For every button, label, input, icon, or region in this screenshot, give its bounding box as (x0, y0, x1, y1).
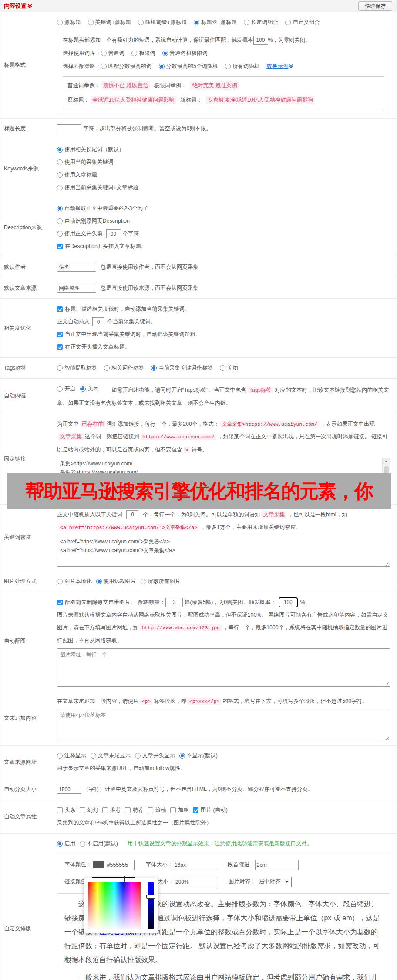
image-urls-textarea[interactable] (57, 648, 390, 687)
radio-related-longtail[interactable]: 使用相关长尾词（默认） (57, 146, 124, 153)
radio-normal-and-limit-words[interactable]: 普通词和极限词 (162, 50, 208, 57)
hue-slider-handle[interactable] (146, 895, 155, 899)
page-title[interactable]: 内容设置 (4, 2, 33, 10)
color-picker-popup (84, 878, 158, 933)
row-label: 自动配图 (0, 638, 57, 645)
radio-block-all-images[interactable]: 屏蔽所有图片 (141, 578, 181, 585)
checkbox-insert-title-into-description[interactable]: 在Description开头插入文章标题。 (57, 243, 147, 250)
radio-normal-words[interactable]: 普通词 (101, 50, 125, 57)
radio-icon (225, 64, 231, 69)
checkbox-auto-add-keyword[interactable]: 标题、描述相关度低时，自动添加当前采集关键词。 (57, 305, 190, 313)
checkbox-attr-headline[interactable]: 头条 (57, 807, 76, 814)
radio-source-at-end[interactable]: 文章末尾显示 (91, 752, 131, 760)
example-limit-words: 绝对完美 最佳案例 (190, 81, 239, 90)
image-probability-input[interactable] (279, 597, 298, 607)
radio-article-title[interactable]: 使用文章标题 (57, 171, 97, 179)
radio-icon (285, 20, 291, 25)
row-label: 标题长度 (0, 125, 57, 132)
radio-current-collect-keyword[interactable]: 使用当前采集关键词 (57, 159, 114, 166)
radio-keyword-plus-title[interactable]: 使用当前采集关键词+文章标题 (57, 184, 138, 191)
image-count-input[interactable] (165, 598, 183, 607)
picker-crosshair[interactable] (119, 876, 130, 888)
radio-layout-enable[interactable]: 启用 (57, 840, 75, 848)
row-label: 默认作者 (0, 264, 57, 271)
radio-keyword-source-title[interactable]: 关键词+源标题 (88, 19, 131, 26)
insert-keyword-count-input[interactable] (92, 317, 104, 326)
font-color-swatch[interactable] (93, 861, 104, 868)
lexicon-label: 选择使用词库： (63, 50, 101, 57)
radio-custom-combo[interactable]: 自定义组合 (285, 19, 320, 26)
radio-source-title[interactable]: 源标题 (57, 19, 81, 26)
checkbox-delete-original-images[interactable]: 配图前先删除原文自带图片。 (57, 599, 136, 606)
radio-all-random[interactable]: 所有词随机 (225, 63, 260, 70)
radio-smart-extract-tags[interactable]: 智能提取标签 (57, 364, 97, 372)
radio-source-hidden[interactable]: 不显示(默认) (179, 752, 218, 760)
pagination-size-input[interactable] (57, 785, 81, 794)
radio-localize-images[interactable]: 图片本地化 (57, 578, 92, 585)
scroll-up-icon[interactable]: ▲ (383, 458, 390, 465)
checkbox-attr-slideshow[interactable]: 幻灯 (80, 807, 98, 814)
checkbox-icon (57, 332, 63, 337)
line-height-input[interactable] (174, 877, 217, 887)
checkbox-attr-image-auto[interactable]: 图片 (自动) (193, 807, 228, 814)
checkbox-attr-recommend[interactable]: 推荐 (102, 807, 121, 814)
radio-clickbait-source-title[interactable]: 标题党+源标题 (194, 19, 237, 26)
quick-save-button[interactable]: 快速保存 (358, 1, 392, 11)
indent-input[interactable] (255, 860, 299, 870)
radio-related-words-as-tags[interactable]: 相关词作标签 (104, 364, 144, 372)
hue-slider[interactable] (148, 882, 154, 929)
description-chars-input[interactable] (106, 229, 121, 238)
font-color-input[interactable] (106, 861, 133, 868)
source-url-note: 用于显示文章的采集来源URL，自动加nofollow属性。 (57, 765, 186, 772)
radio-top5-random[interactable]: 分数最高的5个词随机 (159, 63, 218, 70)
radio-layout-disable[interactable]: 不启用(默认) (80, 840, 118, 848)
checkbox-bold-keyword[interactable]: 当正文中出现当前采集关键词时，自动把该关键词加粗。 (57, 331, 201, 338)
radio-original-description[interactable]: 自动识别原网页Description (57, 217, 130, 225)
checkbox-attr-featured[interactable]: 特荐 (125, 807, 144, 814)
checkbox-icon (57, 600, 63, 605)
radio-innerlink-on[interactable]: 开启 (57, 383, 75, 395)
radio-auto-extract-sentences[interactable]: 自动提取正文中最重要的2-3个句子 (57, 205, 148, 212)
radio-tags-off[interactable]: 关闭 (220, 364, 238, 372)
image-align-select[interactable]: 居中对齐 (256, 877, 292, 887)
title-length-input[interactable] (57, 124, 81, 133)
font-size-input[interactable] (173, 860, 216, 870)
checkbox-attr-bold[interactable]: 加粗 (170, 807, 189, 814)
checkbox-insert-title-into-body[interactable]: 在正文开头插入文章标题。 (57, 343, 130, 351)
row-article-attributes: 自动文章属性 头条 幻灯 推荐 特荐 滚动 加粗 图片 (自动) 采集到的文章有… (0, 800, 397, 833)
checkbox-icon (57, 244, 63, 249)
probability-text: 在标题头部添加一个有吸引力的短语，系统自动计算，保证最佳匹配，触发概率 (63, 37, 253, 44)
default-source-input[interactable] (57, 284, 96, 293)
radio-source-at-start[interactable]: 文章开头显示 (135, 752, 175, 760)
row-auto-innerlink: 自动内链 开启 关闭 如需开启此功能，请同时开启“Tags标签”。当正文中包含T… (0, 378, 397, 414)
checkbox-attr-scroll[interactable]: 滚动 (148, 807, 166, 814)
append-content-textarea[interactable] (57, 709, 390, 741)
font-color-label: 字体颜色： (64, 861, 92, 868)
radio-innerlink-off[interactable]: 关闭 (80, 383, 98, 395)
keyword-density-textarea[interactable]: <a href='https://www.ucaiyun.com/'>采集器</… (57, 536, 390, 567)
radio-remote-images[interactable]: 使用远程图片 (96, 578, 136, 585)
fixed-links-description: 为正文中已存在的词汇添加链接，每行一个，最多200个，格式：文章采集>https… (57, 418, 390, 456)
radio-source-as-comment[interactable]: 注释显示 (57, 752, 86, 760)
font-color-field[interactable] (92, 860, 135, 870)
double-chevron-down-icon (28, 3, 33, 9)
radio-current-keyword-as-tags[interactable]: 当前采集关键词作标签 (151, 364, 213, 372)
radio-limit-words[interactable]: 极限词 (131, 50, 155, 57)
radio-random-prefix-source-title[interactable]: 随机前缀+源标题 (138, 19, 187, 26)
page-title-text: 内容设置 (4, 2, 27, 10)
image-align-value: 居中对齐 (259, 878, 281, 885)
radio-first-n-chars[interactable]: 使用正文开头前 (57, 230, 103, 237)
default-author-input[interactable] (57, 263, 96, 272)
saturation-value-area[interactable] (88, 882, 141, 929)
radio-icon (57, 172, 63, 178)
radio-match-highest-score[interactable]: 匹配分数最高的词 (101, 63, 152, 70)
radio-icon (57, 20, 63, 25)
radio-longtail-combo[interactable]: 长尾词组合 (244, 19, 279, 26)
subtitle-overlay: 帮助亚马逊搜索引擎优化和排名的元素，你 (7, 473, 391, 509)
radio-icon (151, 365, 157, 371)
checkbox-icon (57, 807, 63, 813)
title-probability-input[interactable] (253, 36, 268, 45)
keyword-density-count-input[interactable] (126, 510, 138, 519)
effect-demo-link[interactable]: 效果示例 (266, 63, 293, 70)
radio-icon (135, 753, 141, 759)
